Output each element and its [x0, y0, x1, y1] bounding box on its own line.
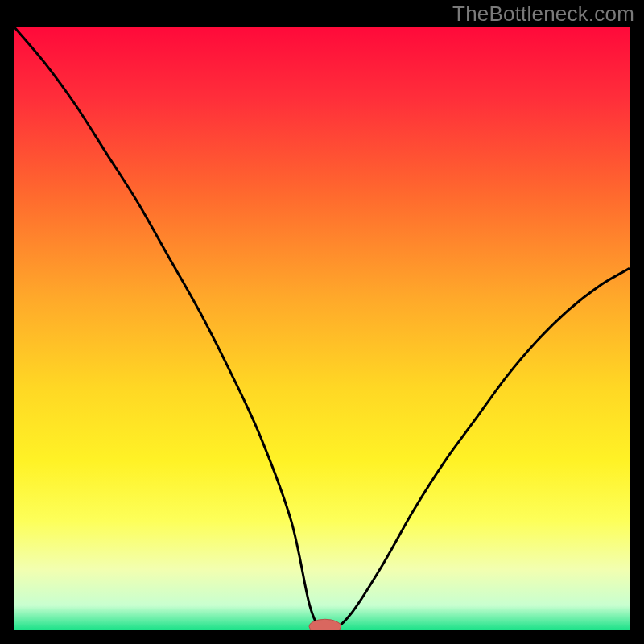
- watermark-text: TheBottleneck.com: [452, 2, 634, 27]
- plot-area: [14, 27, 630, 630]
- gradient-background: [14, 27, 630, 630]
- bottleneck-chart: [14, 27, 630, 630]
- chart-container: TheBottleneck.com: [0, 0, 644, 644]
